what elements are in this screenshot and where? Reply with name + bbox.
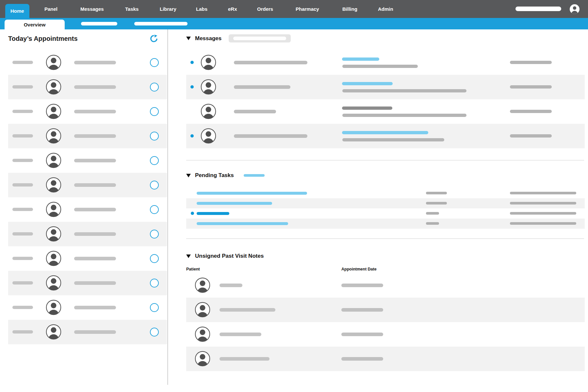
appointment-row[interactable] (8, 173, 167, 197)
column-header-patient: Patient (186, 267, 200, 271)
appointment-row[interactable] (8, 271, 167, 295)
message-row[interactable] (186, 124, 585, 148)
patient-avatar-icon (194, 277, 211, 293)
appointment-status-radio[interactable] (150, 58, 159, 67)
sender-name-placeholder (234, 134, 307, 138)
nav-tab-panel[interactable]: Panel (44, 0, 57, 18)
appointment-row[interactable] (8, 148, 167, 173)
subnav-tab-placeholder[interactable] (134, 22, 188, 25)
collapse-icon[interactable] (186, 37, 191, 40)
appointments-title: Today’s Appointments (8, 35, 78, 42)
refresh-icon[interactable] (150, 35, 158, 42)
nav-tab-admin[interactable]: Admin (378, 0, 393, 18)
appointment-row[interactable] (8, 99, 167, 124)
task-row[interactable] (186, 198, 585, 208)
collapse-icon[interactable] (186, 254, 191, 258)
patient-name-placeholder (220, 284, 242, 287)
nav-tab-tasks[interactable]: Tasks (125, 0, 139, 18)
appointment-status-radio[interactable] (150, 303, 159, 312)
nav-tab-pharmacy[interactable]: Pharmacy (296, 0, 319, 18)
appointment-row[interactable] (8, 197, 167, 222)
pending-tasks-title: Pending Tasks (195, 172, 234, 179)
unsigned-notes-section-header: Unsigned Past Visit Notes (186, 253, 264, 259)
message-date-placeholder (510, 85, 552, 89)
sender-name-placeholder (234, 85, 290, 89)
messages-action-button[interactable] (229, 34, 291, 42)
appointment-time-placeholder (12, 183, 33, 187)
appointment-status-radio[interactable] (150, 230, 159, 238)
task-meta-placeholder (426, 202, 447, 204)
note-date-placeholder (341, 357, 383, 361)
appointment-status-radio[interactable] (150, 328, 159, 336)
message-subject-placeholder (342, 57, 379, 61)
appointment-row[interactable] (8, 295, 167, 320)
appointment-time-placeholder (12, 159, 33, 162)
appointment-row[interactable] (8, 50, 167, 75)
appointment-time-placeholder (12, 306, 33, 309)
message-row[interactable] (186, 75, 585, 99)
appointment-time-placeholder (12, 281, 33, 285)
patient-avatar-icon (45, 79, 62, 95)
task-row[interactable] (186, 208, 585, 219)
appointment-status-radio[interactable] (150, 83, 159, 91)
sender-avatar-icon (200, 79, 217, 95)
appointment-row[interactable] (8, 124, 167, 148)
sender-avatar-icon (200, 103, 217, 120)
message-row[interactable] (186, 99, 585, 124)
patient-avatar-icon (45, 177, 62, 193)
patient-name-placeholder (74, 183, 116, 187)
patient-name-placeholder (74, 110, 116, 113)
appointment-status-radio[interactable] (150, 254, 159, 263)
task-meta-placeholder (426, 222, 439, 225)
tasks-count-placeholder (244, 174, 265, 177)
unread-dot (190, 61, 194, 64)
nav-tab-home[interactable]: Home (5, 4, 29, 18)
patient-avatar-icon (45, 226, 62, 242)
task-detail-placeholder (510, 212, 576, 215)
task-row[interactable] (186, 219, 585, 229)
top-nav: HomePanelMessagesTasksLibraryLabseRxOrde… (0, 0, 588, 18)
note-row[interactable] (186, 273, 585, 298)
appointment-status-radio[interactable] (150, 205, 159, 214)
sender-name-placeholder (234, 110, 276, 113)
appointment-row[interactable] (8, 75, 167, 99)
sender-avatar-icon (200, 128, 217, 144)
global-search-input[interactable] (515, 7, 561, 11)
patient-avatar-icon (45, 128, 62, 144)
appointment-status-radio[interactable] (150, 132, 159, 140)
nav-tab-labs[interactable]: Labs (196, 0, 207, 18)
dashboard-panel: Messages Pending Tasks Unsigned Past Vis… (186, 29, 585, 389)
pending-tasks-section-header: Pending Tasks (186, 172, 265, 179)
patient-avatar-icon (45, 275, 62, 291)
nav-tab-messages[interactable]: Messages (80, 0, 104, 18)
appointment-status-radio[interactable] (150, 279, 159, 287)
subnav-tab-placeholder[interactable] (81, 22, 117, 25)
patient-name-placeholder (220, 308, 275, 312)
tab-overview[interactable]: Overview (5, 20, 65, 29)
nav-tab-library[interactable]: Library (160, 0, 176, 18)
user-avatar-icon[interactable] (570, 4, 580, 14)
message-subject-placeholder (342, 131, 428, 134)
appointment-row[interactable] (8, 222, 167, 246)
appointment-row[interactable] (8, 246, 167, 271)
patient-avatar-icon (45, 324, 62, 340)
unread-dot (190, 134, 194, 138)
messages-title: Messages (195, 35, 221, 42)
nav-tab-billing[interactable]: Billing (342, 0, 357, 18)
note-row[interactable] (186, 347, 585, 371)
patient-name-placeholder (220, 333, 261, 336)
nav-tab-erx[interactable]: eRx (228, 0, 237, 18)
note-row[interactable] (186, 322, 585, 347)
appointment-status-radio[interactable] (150, 107, 159, 116)
appointment-status-radio[interactable] (150, 181, 159, 189)
appointment-status-radio[interactable] (150, 156, 159, 165)
note-row[interactable] (186, 298, 585, 322)
collapse-icon[interactable] (186, 174, 191, 177)
task-detail-placeholder (510, 222, 576, 225)
task-title-placeholder (197, 222, 288, 225)
task-row[interactable] (186, 188, 585, 198)
message-row[interactable] (186, 50, 585, 75)
appointment-row[interactable] (8, 320, 167, 344)
nav-tab-orders[interactable]: Orders (257, 0, 273, 18)
message-preview-placeholder (342, 114, 466, 117)
